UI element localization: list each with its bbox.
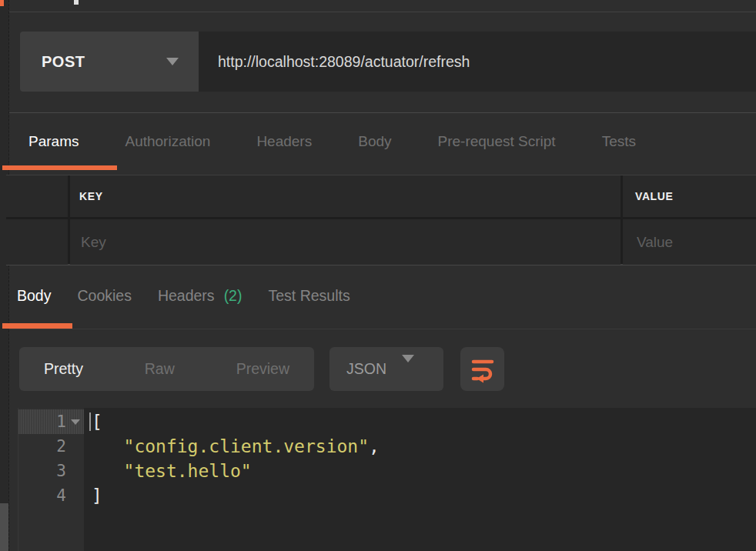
top-divider: [9, 12, 756, 12]
response-section-divider: [6, 265, 756, 265]
tab-authorization[interactable]: Authorization: [125, 133, 210, 150]
code-line[interactable]: "test.hello": [84, 459, 756, 483]
view-preview-button[interactable]: Preview: [236, 360, 289, 378]
format-label: JSON: [346, 360, 386, 378]
code-token: [: [92, 412, 102, 432]
line-number: 2: [56, 437, 66, 456]
tab-pre-request-script[interactable]: Pre-request Script: [438, 133, 556, 150]
row-select-cell: [6, 219, 68, 265]
tab-tests[interactable]: Tests: [602, 133, 636, 150]
code-line[interactable]: ]: [84, 483, 756, 508]
view-pretty-button[interactable]: Pretty: [44, 360, 83, 378]
gutter-line-1: 1: [18, 409, 84, 434]
clipped-tab-fragment: [74, 0, 79, 5]
param-value-input[interactable]: [635, 233, 747, 252]
method-select[interactable]: POST: [20, 32, 199, 92]
view-raw-button[interactable]: Raw: [145, 360, 175, 378]
wrap-text-icon: [469, 356, 497, 383]
request-tabs: Params Authorization Headers Body Pre-re…: [9, 113, 756, 170]
value-column-header: VALUE: [623, 175, 756, 217]
response-headers-label: Headers: [158, 287, 215, 305]
wrap-text-button[interactable]: [460, 347, 504, 391]
response-view-toggle: Pretty Raw Preview: [19, 347, 314, 391]
params-table: KEY VALUE: [6, 175, 756, 265]
url-text: http://localhost:28089/actuator/refresh: [199, 53, 470, 71]
left-rail: [0, 0, 9, 551]
select-all-cell: [6, 175, 68, 217]
response-tab-test-results[interactable]: Test Results: [268, 287, 350, 305]
gutter-line-3: 3: [18, 459, 84, 483]
key-column-header: KEY: [70, 175, 621, 217]
url-input[interactable]: http://localhost:28089/actuator/refresh: [199, 32, 756, 92]
line-number: 4: [56, 486, 66, 505]
chevron-down-icon: [402, 362, 414, 376]
code-token: ,: [369, 436, 380, 456]
line-number: 3: [56, 462, 66, 480]
fold-toggle-icon[interactable]: [71, 419, 80, 425]
tab-body[interactable]: Body: [358, 133, 391, 150]
tab-params[interactable]: Params: [28, 133, 79, 150]
chevron-down-icon: [166, 58, 179, 65]
line-number: 1: [56, 412, 66, 431]
editor-gutter: 1 2 3 4: [18, 408, 84, 551]
code-token: "test.hello": [92, 461, 252, 481]
param-key-input[interactable]: [79, 233, 570, 252]
param-key-cell: [70, 219, 621, 265]
headers-count-badge: (2): [224, 287, 243, 305]
response-tabs: Body Cookies Headers (2) Test Results: [9, 268, 756, 323]
tab-headers[interactable]: Headers: [256, 133, 312, 150]
code-token: "config.client.version": [92, 436, 369, 456]
gutter-line-4: 4: [18, 483, 84, 508]
code-line[interactable]: "config.client.version",: [84, 434, 756, 459]
postman-window: POST http://localhost:28089/actuator/ref…: [0, 0, 756, 551]
response-tabs-divider: [9, 329, 756, 329]
active-response-tab-indicator: [2, 323, 72, 329]
scrollbar-thumb[interactable]: [0, 503, 8, 551]
response-tab-body[interactable]: Body: [17, 287, 51, 305]
active-tab-indicator: [2, 165, 117, 170]
code-token: ]: [92, 486, 102, 506]
param-value-cell: [623, 219, 756, 265]
code-line[interactable]: [: [84, 409, 756, 434]
gutter-line-2: 2: [18, 434, 84, 459]
rail-accent-mark: [0, 0, 4, 6]
response-format-select[interactable]: JSON: [329, 347, 443, 391]
editor-content: [ "config.client.version", "test.hello" …: [84, 408, 756, 551]
response-tab-headers[interactable]: Headers (2): [158, 287, 243, 305]
method-label: POST: [20, 53, 85, 71]
response-tab-cookies[interactable]: Cookies: [77, 287, 131, 305]
response-body-editor[interactable]: 1 2 3 4 [ "config.client.version", "test…: [18, 408, 756, 551]
